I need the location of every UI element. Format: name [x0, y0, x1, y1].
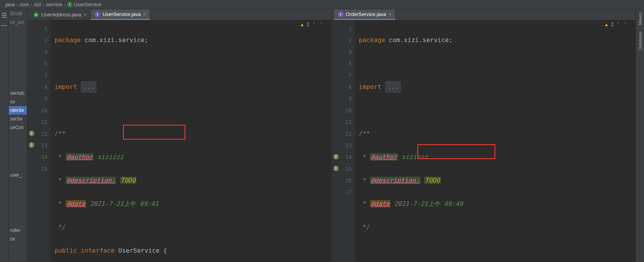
close-icon[interactable]: ×: [389, 11, 392, 17]
sidebar-item[interactable]: ce: [9, 235, 27, 243]
code-area[interactable]: 1 2 3 6 7 8 9 10 11 12 13 I14 I15 16: [332, 20, 636, 262]
breadcrumb-class[interactable]: IUserService: [65, 2, 103, 8]
tab-userservice[interactable]: I UserService.java ×: [91, 9, 150, 20]
breadcrumb-seg[interactable]: com: [18, 2, 31, 7]
sidebar-item[interactable]: roller: [9, 226, 27, 235]
close-icon[interactable]: ×: [143, 11, 146, 17]
tab-label: OrderService.java: [346, 11, 386, 17]
tab-label: UserAddress.java: [41, 12, 81, 18]
sidebar-item[interactable]: ceCon: [9, 123, 27, 132]
warning-icon[interactable]: ▲: [604, 22, 609, 27]
sidebar-item[interactable]: rderSe: [9, 106, 27, 115]
editor-pane-right: I OrderService.java × 1 2 3 6 7 8 9 10: [332, 9, 636, 262]
sidebar-item[interactable]: ce: [9, 97, 27, 106]
right-tool-tabs: Maven Database: [635, 9, 644, 262]
inspection-strip: ▲ 2 ˄ ˅: [604, 22, 628, 27]
warning-count: 2: [611, 22, 614, 27]
inspection-strip: ▲ 2 ˄ ˅: [300, 22, 324, 27]
sidebar-item[interactable]: serSe: [9, 115, 27, 123]
interface-icon: I: [95, 12, 100, 17]
tab-useraddress[interactable]: C UserAddress.java ×: [30, 9, 91, 20]
chevron-down-icon[interactable]: ˅: [319, 22, 324, 27]
close-icon[interactable]: ×: [84, 12, 87, 18]
code-area[interactable]: 1 2 3 6 7 8 9 10 11 I12 I13 14 15: [27, 20, 331, 262]
project-tool-icon[interactable]: ☰: [1, 12, 8, 19]
chevron-up-icon[interactable]: ˄: [616, 22, 621, 27]
interface-icon: I: [338, 12, 343, 17]
editor-pane-left: C UserAddress.java × I UserService.java …: [27, 9, 332, 262]
warning-icon[interactable]: ▲: [300, 22, 304, 27]
impl-gutter-icon[interactable]: I: [29, 142, 34, 148]
tool-tab-maven[interactable]: Maven: [637, 9, 643, 28]
breadcrumb: java › com › xizi › service › IUserServi…: [0, 0, 644, 9]
tool-tab-database[interactable]: Database: [637, 28, 643, 53]
code-text[interactable]: package com.xizi.service; import ... /**…: [51, 20, 331, 262]
editor-split: C UserAddress.java × I UserService.java …: [27, 9, 635, 262]
tab-bar: C UserAddress.java × I UserService.java …: [27, 9, 331, 20]
class-icon: C: [33, 12, 39, 18]
line-gutter: 1 2 3 6 7 8 9 10 11 I12 I13 14 15: [27, 20, 51, 262]
breadcrumb-seg[interactable]: service: [44, 2, 63, 7]
code-text[interactable]: package com.xizi.service; import ... /**…: [355, 20, 636, 262]
chevron-down-icon[interactable]: ˅: [623, 22, 628, 27]
chevron-up-icon[interactable]: ˄: [312, 22, 317, 27]
project-sidebar[interactable]: \Dubb ce_cor serAdc ce rderSe serSe ceCo…: [9, 9, 27, 262]
sidebar-label: \Dubb: [9, 9, 27, 18]
impl-gutter-icon[interactable]: I: [333, 166, 339, 171]
sidebar-label: ce_cor: [9, 18, 27, 27]
tab-orderservice[interactable]: I OrderService.java ×: [334, 9, 396, 20]
tab-bar: I OrderService.java ×: [332, 9, 636, 20]
tab-label: UserService.java: [102, 11, 141, 17]
line-gutter: 1 2 3 6 7 8 9 10 11 12 13 I14 I15 16: [332, 20, 355, 262]
interface-icon: I: [67, 2, 72, 7]
collapse-icon[interactable]: —: [1, 22, 8, 29]
breadcrumb-seg[interactable]: xizi: [32, 2, 43, 7]
fold-ellipsis[interactable]: ...: [385, 81, 401, 93]
warning-count: 2: [307, 22, 310, 27]
sidebar-item[interactable]: user_: [9, 171, 27, 179]
breadcrumb-seg[interactable]: java: [4, 2, 16, 7]
fold-ellipsis[interactable]: ...: [81, 81, 97, 93]
impl-gutter-icon[interactable]: I: [333, 154, 339, 159]
impl-gutter-icon[interactable]: I: [29, 131, 34, 136]
sidebar-item[interactable]: serAdc: [9, 89, 27, 97]
